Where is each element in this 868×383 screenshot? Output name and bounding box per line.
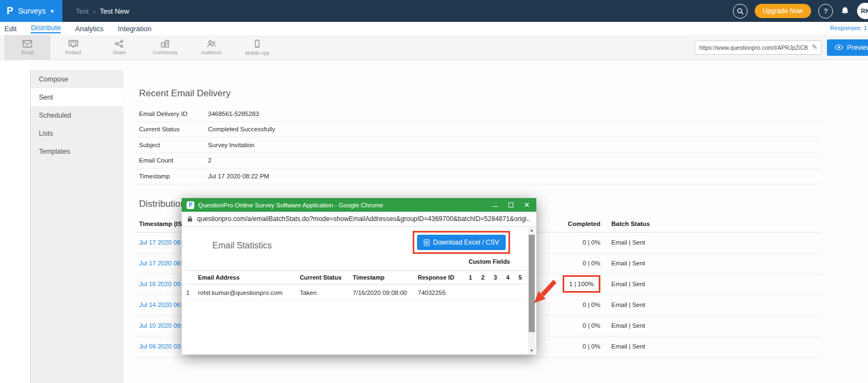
scrollbar-thumb[interactable] [529, 235, 535, 332]
col-header-cf1: 1 [464, 274, 477, 281]
search-icon [737, 8, 744, 15]
survey-url-input[interactable] [695, 40, 821, 55]
tool-audience[interactable]: Audience [188, 35, 234, 60]
popup-scrollbar[interactable]: ▲ ▼ [528, 227, 535, 354]
kv-value: Completed Successfully [208, 126, 275, 132]
popup-url-text: questionpro.com/a/emailBatchStats.do?mod… [197, 215, 531, 223]
completed-value: 0 | 0% [535, 260, 600, 266]
batch-status-value: Email | Sent [611, 260, 821, 266]
tool-community[interactable]: Community [142, 35, 188, 60]
mobile-app-icon [253, 39, 261, 49]
tool-embed-label: Embed [66, 50, 82, 55]
responses-count-link[interactable]: Responses: 1 [830, 25, 867, 31]
chevron-down-icon: ▾ [51, 8, 54, 15]
toolbar-right: ✎ Preview [695, 35, 868, 60]
edit-url-icon[interactable]: ✎ [812, 43, 817, 51]
spreadsheet-icon [424, 239, 430, 246]
breadcrumb-parent[interactable]: Test [76, 7, 89, 15]
surveys-menu-label: Surveys [18, 7, 46, 15]
sidebar-item-scheduled[interactable]: Scheduled [31, 106, 123, 124]
tab-distribute[interactable]: Distribute [31, 24, 61, 33]
completed-value: 0 | 0% [535, 301, 600, 308]
lock-icon [187, 216, 193, 222]
timestamp-value: 7/16/2020 09:08:00 [353, 289, 418, 296]
tool-share[interactable]: Share [96, 35, 142, 60]
help-icon: ? [824, 7, 828, 15]
breadcrumb-current: Test New [100, 7, 129, 15]
sidebar-item-lists[interactable]: Lists [31, 124, 123, 142]
eye-icon [835, 44, 843, 50]
col-header-email-address: Email Address [198, 274, 300, 281]
tool-email-label: Email [21, 50, 34, 55]
tool-audience-label: Audience [201, 50, 222, 55]
sidebar-item-sent[interactable]: Sent [31, 88, 123, 106]
window-controls: ✕ [493, 201, 531, 208]
distribute-toolbar: Email Embed Share Community Audience Mob… [0, 35, 868, 60]
recent-row-email-count: Email Count 2 [137, 153, 821, 169]
recent-row-timestamp: Timestamp Jul 17 2020 08:22 PM [137, 169, 821, 184]
tool-mobile-app[interactable]: Mobile App [234, 35, 280, 60]
minimize-button[interactable] [493, 206, 498, 207]
kv-label: Subject [139, 142, 208, 148]
kv-label: Timestamp [139, 173, 208, 179]
popup-body: Email Statistics Download Excel / CSV Cu… [182, 227, 536, 355]
batch-status-value: Email | Sent [611, 239, 821, 246]
user-avatar[interactable]: RK [857, 3, 868, 19]
batch-status-value: Email | Sent [611, 322, 821, 329]
tool-share-label: Share [113, 50, 126, 55]
tool-email[interactable]: Email [4, 35, 50, 60]
audience-icon [206, 39, 216, 48]
tab-analytics[interactable]: Analytics [75, 25, 103, 33]
email-statistics-title: Email Statistics [212, 241, 271, 251]
tab-edit[interactable]: Edit [4, 25, 16, 33]
help-button[interactable]: ? [818, 4, 833, 19]
recent-row-current-status: Current Status Completed Successfully [137, 122, 821, 138]
download-label: Download Excel / CSV [433, 239, 499, 246]
preview-button[interactable]: Preview [827, 39, 868, 56]
tab-integration[interactable]: Integration [118, 25, 151, 33]
scroll-up-icon[interactable]: ▲ [530, 227, 534, 234]
kv-value: Survey Invitation [208, 142, 254, 148]
questionpro-favicon-icon: P [187, 201, 194, 209]
current-status-value: Taken [300, 289, 353, 296]
sidebar-item-templates[interactable]: Templates [31, 142, 123, 160]
topbar: P Surveys ▾ Test › Test New Upgrade Now … [0, 0, 868, 22]
breadcrumb: Test › Test New [76, 7, 129, 15]
recent-delivery-title: Recent Email Delivery [139, 88, 821, 99]
popup-address-bar[interactable]: questionpro.com/a/emailBatchStats.do?mod… [182, 212, 536, 227]
popup-window-title: QuestionPro Online Survey Software Appli… [198, 202, 489, 208]
sidebar-item-compose[interactable]: Compose [31, 70, 123, 88]
email-stats-table-header: Email Address Current Status Timestamp R… [186, 270, 526, 285]
response-id-value: 74032255 [418, 289, 464, 296]
kv-label: Email Count [139, 157, 208, 164]
community-icon [160, 39, 170, 48]
email-statistics-popup-window: P QuestionPro Online Survey Software App… [182, 198, 536, 355]
survey-tabs: Edit Distribute Analytics Integration Re… [0, 22, 868, 35]
kv-value: Jul 17 2020 08:22 PM [208, 173, 269, 179]
maximize-button[interactable] [508, 202, 513, 207]
col-header-cf4: 4 [502, 274, 514, 281]
tool-mobile-app-label: Mobile App [245, 50, 270, 56]
email-stats-table: Email Address Current Status Timestamp R… [186, 270, 526, 301]
col-header-completed: Completed [535, 220, 600, 227]
search-button[interactable] [733, 4, 748, 19]
bell-icon [840, 6, 850, 16]
col-header-cf3: 3 [489, 274, 502, 281]
left-gutter [0, 61, 30, 383]
close-button[interactable]: ✕ [524, 201, 530, 208]
popup-titlebar[interactable]: P QuestionPro Online Survey Software App… [182, 198, 536, 212]
custom-fields-label: Custom Fields [468, 258, 510, 265]
batch-status-value: Email | Sent [611, 343, 821, 350]
upgrade-now-button[interactable]: Upgrade Now [755, 4, 811, 18]
scroll-down-icon[interactable]: ▼ [530, 347, 534, 354]
download-excel-csv-button[interactable]: Download Excel / CSV [417, 235, 506, 250]
surveys-menu-button[interactable]: P Surveys ▾ [0, 0, 62, 22]
preview-label: Preview [847, 44, 868, 51]
kv-value: 3468561-5285283 [208, 111, 259, 117]
tool-embed[interactable]: Embed [50, 35, 96, 60]
share-icon [114, 39, 124, 48]
notifications-button[interactable] [840, 6, 850, 16]
recent-row-delivery-id: Email Delivery ID 3468561-5285283 [137, 106, 821, 122]
batch-status-value: Email | Sent [611, 281, 821, 287]
completed-value: 0 | 0% [535, 322, 600, 329]
